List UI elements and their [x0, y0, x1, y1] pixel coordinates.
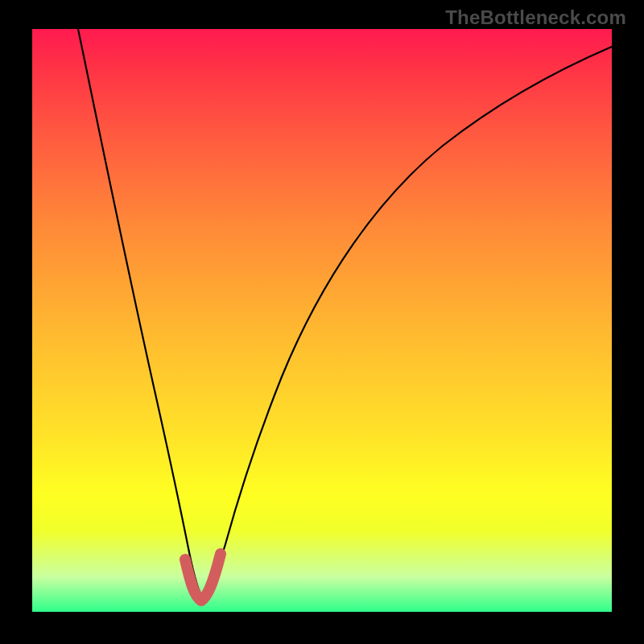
bottleneck-curve-left — [78, 29, 204, 601]
attribution-text: TheBottleneck.com — [445, 6, 626, 29]
optimal-band-highlight — [185, 554, 221, 601]
bottleneck-curve-right — [204, 47, 612, 601]
curve-layer — [32, 29, 612, 612]
chart-frame: { "attribution": "TheBottleneck.com", "c… — [0, 0, 644, 644]
